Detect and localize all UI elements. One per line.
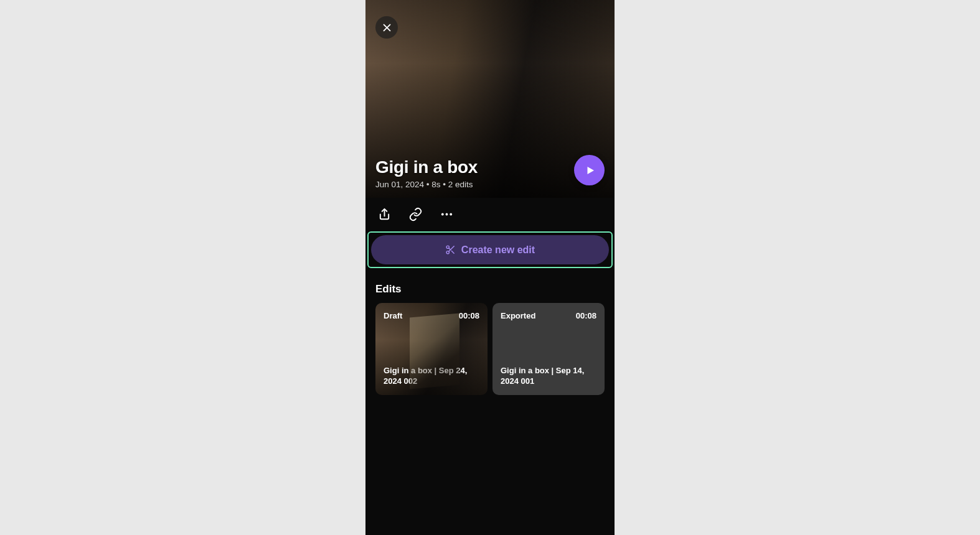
edit-card-top: Exported 00:08 — [501, 311, 596, 320]
svg-point-4 — [445, 213, 448, 215]
edit-title: Gigi in a box | Sep 24, 2024 002 — [384, 365, 479, 387]
link-button[interactable] — [408, 207, 423, 221]
close-icon — [382, 22, 392, 33]
svg-marker-2 — [588, 167, 595, 174]
play-icon — [585, 165, 596, 176]
svg-point-5 — [450, 213, 452, 215]
create-new-edit-label: Create new edit — [461, 244, 535, 256]
edit-card-top: Draft 00:08 — [384, 311, 479, 320]
video-meta: Jun 01, 2024 • 8s • 2 edits — [375, 180, 565, 189]
edits-list: Draft 00:08 Gigi in a box | Sep 24, 2024… — [365, 303, 615, 395]
hero-title-block: Gigi in a box Jun 01, 2024 • 8s • 2 edit… — [375, 157, 565, 189]
link-icon — [408, 207, 423, 221]
edit-duration: 00:08 — [459, 311, 479, 320]
play-button[interactable] — [574, 155, 605, 185]
app-screen: Gigi in a box Jun 01, 2024 • 8s • 2 edit… — [365, 0, 615, 535]
hero-media: Gigi in a box Jun 01, 2024 • 8s • 2 edit… — [365, 0, 615, 198]
edit-title: Gigi in a box | Sep 14, 2024 001 — [501, 365, 596, 387]
create-new-edit-button[interactable]: Create new edit — [371, 235, 609, 264]
edits-section-header: Edits — [365, 269, 615, 303]
share-button[interactable] — [377, 207, 392, 221]
edit-card[interactable]: Exported 00:08 Gigi in a box | Sep 14, 2… — [492, 303, 605, 395]
svg-point-3 — [441, 213, 443, 215]
create-wrap-highlight: Create new edit — [367, 231, 613, 268]
more-button[interactable] — [439, 207, 454, 221]
edit-card[interactable]: Draft 00:08 Gigi in a box | Sep 24, 2024… — [375, 303, 488, 395]
scissors-icon — [445, 244, 456, 255]
video-title: Gigi in a box — [375, 157, 565, 177]
edit-status-badge: Draft — [384, 311, 402, 320]
edit-duration: 00:08 — [576, 311, 596, 320]
svg-line-9 — [451, 251, 454, 253]
close-button[interactable] — [375, 16, 398, 39]
share-icon — [377, 207, 392, 221]
edit-status-badge: Exported — [501, 311, 535, 320]
more-icon — [440, 207, 454, 221]
svg-line-10 — [449, 248, 451, 250]
action-row — [365, 198, 615, 230]
